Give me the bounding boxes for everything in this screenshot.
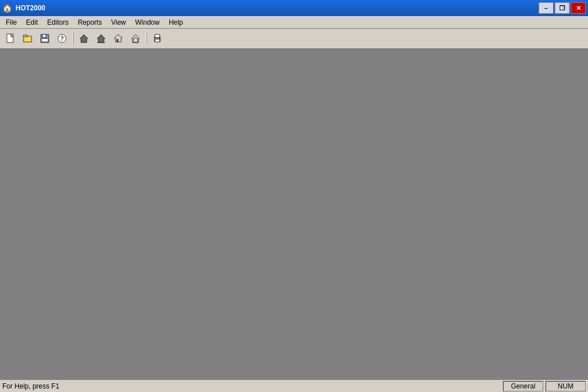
- menu-help[interactable]: Help: [164, 16, 188, 28]
- print-button[interactable]: [149, 31, 165, 46]
- status-bar: For Help, press F1 General NUM: [0, 379, 588, 392]
- menu-editors[interactable]: Editors: [42, 16, 73, 28]
- svg-marker-10: [97, 34, 105, 43]
- close-button[interactable]: ✕: [571, 2, 586, 14]
- svg-marker-14: [131, 34, 140, 43]
- title-bar: 🏠 HOT2000 – ❐ ✕: [0, 0, 588, 16]
- svg-rect-13: [117, 39, 118, 42]
- help-button[interactable]: ?: [54, 31, 70, 46]
- toolbar-separator-1: [72, 32, 74, 45]
- svg-rect-17: [155, 34, 160, 37]
- menu-edit[interactable]: Edit: [21, 16, 42, 28]
- restore-button[interactable]: ❐: [555, 2, 570, 14]
- svg-rect-3: [24, 35, 27, 37]
- menu-bar: File Edit Editors Reports View Window He…: [0, 16, 588, 29]
- menu-window[interactable]: Window: [130, 16, 164, 28]
- status-panel-num: NUM: [546, 381, 586, 391]
- new-button[interactable]: [2, 31, 18, 46]
- menu-view[interactable]: View: [106, 16, 130, 28]
- menu-reports[interactable]: Reports: [73, 16, 106, 28]
- app-title: HOT2000: [16, 4, 45, 12]
- app-icon: 🏠: [2, 3, 12, 13]
- svg-rect-6: [41, 39, 48, 42]
- svg-text:?: ?: [60, 36, 64, 42]
- save-button[interactable]: [37, 31, 53, 46]
- minimize-button[interactable]: –: [539, 2, 554, 14]
- house-button-2[interactable]: [93, 31, 109, 46]
- title-buttons: – ❐ ✕: [539, 2, 586, 14]
- house-button-4[interactable]: [127, 31, 144, 46]
- workspace: [0, 49, 588, 379]
- title-left: 🏠 HOT2000: [2, 3, 45, 13]
- svg-point-19: [159, 37, 160, 39]
- toolbar-separator-2: [146, 32, 147, 45]
- open-button[interactable]: [20, 31, 36, 46]
- house-button-1[interactable]: [76, 31, 92, 46]
- svg-marker-15: [133, 37, 138, 43]
- svg-rect-5: [42, 34, 46, 37]
- menu-file[interactable]: File: [1, 16, 21, 28]
- svg-marker-9: [80, 34, 88, 43]
- status-help-text: For Help, press F1: [2, 382, 501, 390]
- toolbar: ?: [0, 29, 588, 49]
- house-button-3[interactable]: [110, 31, 126, 46]
- svg-rect-18: [155, 39, 160, 42]
- status-panel-general: General: [503, 381, 543, 391]
